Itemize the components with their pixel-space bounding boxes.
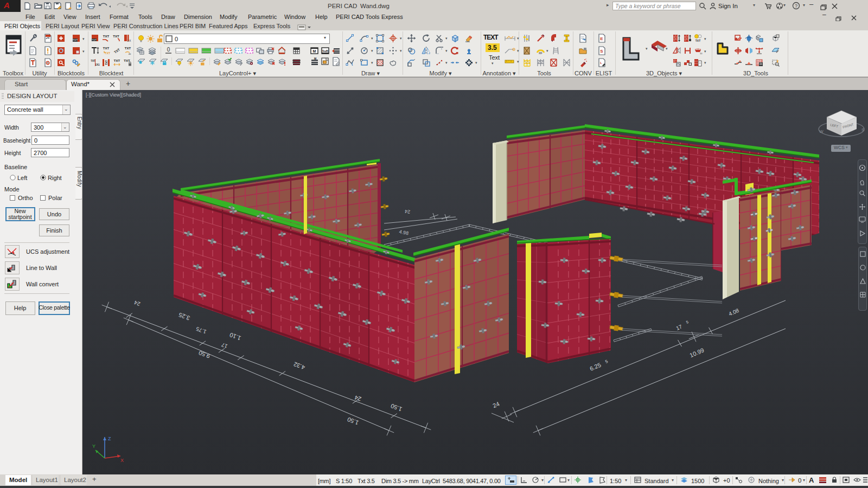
svg-text:TXT: TXT — [91, 60, 95, 62]
svg-text:TXT: TXT — [695, 39, 700, 42]
svg-text:M: M — [313, 49, 316, 53]
svg-text:M: M — [314, 57, 316, 60]
svg-text:SuB: SuB — [322, 49, 328, 53]
svg-text:TXT: TXT — [73, 38, 78, 42]
svg-text:TXT: TXT — [125, 47, 131, 50]
svg-text:E: E — [600, 36, 603, 41]
svg-text:TXT: TXT — [105, 52, 111, 55]
svg-text:TXT: TXT — [113, 35, 119, 38]
svg-text:W: W — [819, 129, 824, 134]
svg-text:TXT: TXT — [95, 63, 100, 66]
svg-text:10: 10 — [700, 52, 703, 55]
svg-text:TXT: TXT — [113, 48, 120, 54]
svg-text:?: ? — [795, 3, 797, 9]
svg-text:TXT: TXT — [92, 39, 97, 42]
svg-text:RF: RF — [539, 52, 542, 55]
svg-text:40: 40 — [129, 53, 131, 55]
svg-text:1:X: 1:X — [127, 40, 131, 42]
svg-text:TXT: TXT — [114, 59, 120, 62]
svg-text:S: S — [861, 127, 864, 132]
svg-text:S: S — [600, 49, 603, 54]
svg-text:TXT: TXT — [103, 47, 110, 50]
svg-text:TXT: TXT — [105, 60, 108, 65]
svg-text:L: L — [600, 61, 602, 65]
svg-text:0: 0 — [167, 47, 170, 53]
svg-text:TXT: TXT — [103, 35, 110, 38]
